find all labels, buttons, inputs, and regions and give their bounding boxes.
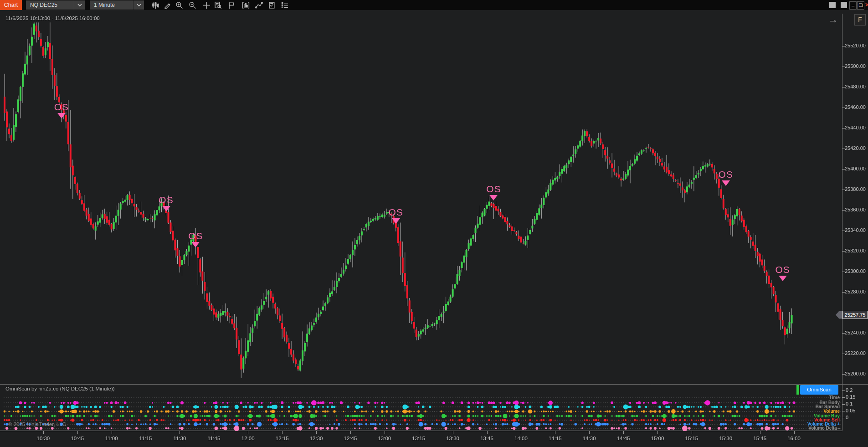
time-axis-label: 14:00 bbox=[506, 436, 535, 441]
time-axis-label: 15:30 bbox=[711, 436, 740, 441]
time-axis-label: 15:15 bbox=[677, 436, 706, 441]
strategies-icon[interactable] bbox=[266, 1, 277, 9]
os-triangle-icon bbox=[191, 242, 200, 247]
data-box-icon[interactable] bbox=[212, 1, 223, 9]
price-axis-label: 25300.00 bbox=[845, 268, 866, 274]
restore-button[interactable]: ❏ bbox=[857, 1, 864, 10]
price-axis-label: 25500.00 bbox=[845, 63, 866, 69]
last-price-tag: 25257.75 bbox=[842, 311, 868, 319]
price-axis-label: 25240.00 bbox=[845, 330, 866, 335]
omniscan-scale-label: 0.15 bbox=[846, 394, 855, 400]
time-axis-label: 13:45 bbox=[473, 436, 502, 441]
os-signal-marker: OS bbox=[483, 185, 503, 200]
omniscan-accent-bar bbox=[796, 385, 799, 395]
os-signal-marker: OS bbox=[773, 265, 793, 281]
os-signal-marker: OS bbox=[51, 103, 72, 118]
time-axis-label: 10:45 bbox=[63, 436, 92, 441]
os-signal-label: OS bbox=[156, 195, 176, 205]
os-triangle-icon bbox=[162, 206, 170, 211]
price-axis-label: 25400.00 bbox=[845, 166, 866, 171]
omniscan-scale-label: 0 bbox=[846, 415, 848, 420]
time-axis-label: 12:30 bbox=[302, 436, 331, 441]
os-triangle-icon bbox=[489, 195, 498, 200]
price-axis-label: 25200.00 bbox=[845, 371, 866, 376]
legend-label-time: Time bbox=[829, 395, 840, 400]
os-triangle-icon bbox=[722, 180, 730, 186]
time-axis-label: 16:00 bbox=[780, 436, 809, 441]
chevron-down-icon[interactable] bbox=[133, 0, 144, 10]
os-signal-label: OS bbox=[716, 170, 736, 179]
price-axis-label: 25340.00 bbox=[845, 227, 866, 233]
price-axis-label: 25280.00 bbox=[845, 289, 866, 294]
price-axis-label: 25440.00 bbox=[845, 125, 866, 130]
workspace-tile-icon[interactable] bbox=[829, 2, 836, 8]
os-signal-marker: OS bbox=[716, 170, 736, 186]
drawing-tools-icon[interactable] bbox=[162, 1, 173, 9]
os-signal-marker: OS bbox=[386, 208, 406, 224]
drawing-line-icon[interactable] bbox=[253, 1, 264, 9]
interval-label: 1 Minute bbox=[90, 2, 133, 8]
price-axis-label: 25220.00 bbox=[845, 350, 866, 356]
time-axis-label: 13:30 bbox=[438, 436, 467, 441]
chart-trader-icon[interactable] bbox=[226, 1, 237, 9]
workspace-tile-icon[interactable] bbox=[841, 2, 847, 8]
scroll-to-end-arrow-icon[interactable]: → bbox=[828, 14, 838, 25]
price-axis-label: 25420.00 bbox=[845, 145, 866, 151]
os-triangle-icon bbox=[392, 218, 400, 224]
price-chart-canvas[interactable] bbox=[0, 0, 868, 447]
os-triangle-icon bbox=[779, 276, 787, 281]
os-signal-label: OS bbox=[51, 103, 72, 112]
minimize-button[interactable]: – bbox=[849, 1, 857, 10]
indicators-icon[interactable] bbox=[240, 1, 251, 9]
instrument-label: NQ DEC25 bbox=[26, 2, 74, 8]
time-axis-label: 12:00 bbox=[233, 436, 262, 441]
os-signal-marker: OS bbox=[156, 195, 176, 211]
time-axis-label: 15:00 bbox=[643, 436, 672, 441]
chart-style-icon[interactable] bbox=[150, 1, 161, 9]
time-axis-label: 11:15 bbox=[131, 436, 160, 441]
price-axis-label: 25320.00 bbox=[845, 248, 866, 253]
os-signal-label: OS bbox=[483, 185, 503, 194]
os-signal-label: OS bbox=[386, 208, 406, 217]
os-triangle-icon bbox=[57, 113, 66, 118]
zoom-out-icon[interactable] bbox=[187, 1, 198, 9]
time-axis-label: 11:00 bbox=[97, 436, 126, 441]
legend-label-volume-delta-: Volume Delta - bbox=[808, 426, 840, 431]
interval-dropdown[interactable]: 1 Minute bbox=[90, 0, 144, 10]
chevron-down-icon[interactable] bbox=[74, 0, 85, 10]
price-axis-label: 25520.00 bbox=[845, 43, 866, 48]
price-axis-label: 25480.00 bbox=[845, 84, 866, 89]
price-axis-label: 25360.00 bbox=[845, 207, 866, 212]
time-axis-label: 14:30 bbox=[575, 436, 604, 441]
fixed-scale-button[interactable]: F bbox=[854, 14, 866, 26]
time-axis-label: 14:15 bbox=[540, 436, 570, 441]
time-axis-label: 11:30 bbox=[165, 436, 194, 441]
price-axis-label: 25380.00 bbox=[845, 186, 866, 192]
instrument-dropdown[interactable]: NQ DEC25 bbox=[26, 0, 85, 10]
price-axis-label: 25460.00 bbox=[845, 104, 866, 110]
os-signal-label: OS bbox=[773, 265, 793, 274]
time-axis-label: 12:15 bbox=[267, 436, 297, 441]
close-button[interactable]: ✕ bbox=[864, 1, 868, 9]
ninjatrader-chart-window: Chart NQ DEC25 1 Minute –❏✕ 11/6/2025 10… bbox=[0, 0, 868, 447]
omniscan-panel-title: OmniScan by ninZa.co (NQ DEC25 (1 Minute… bbox=[5, 386, 115, 391]
omniscan-button[interactable]: OmniScan bbox=[800, 385, 838, 395]
tab-chart[interactable]: Chart bbox=[0, 0, 22, 10]
time-axis-label: 12:45 bbox=[336, 436, 365, 441]
omniscan-scale-label: 0.2 bbox=[846, 387, 853, 393]
time-axis-label: 13:00 bbox=[370, 436, 399, 441]
crosshair-icon[interactable] bbox=[201, 1, 212, 9]
os-signal-label: OS bbox=[185, 231, 205, 241]
time-axis-label: 13:15 bbox=[404, 436, 433, 441]
time-axis-label: 15:45 bbox=[745, 436, 775, 441]
omniscan-scale-label: 0.05 bbox=[846, 408, 855, 413]
time-axis-label: 14:45 bbox=[609, 436, 638, 441]
time-axis-label: 10:30 bbox=[29, 436, 58, 441]
zoom-in-icon[interactable] bbox=[174, 1, 185, 9]
time-axis-label: 11:45 bbox=[199, 436, 228, 441]
date-range-label: 11/6/2025 10:13:00 - 11/6/2025 16:00:00 bbox=[5, 15, 100, 21]
os-signal-marker: OS bbox=[185, 231, 205, 247]
omniscan-scale-label: 0.1 bbox=[846, 401, 853, 406]
properties-icon[interactable] bbox=[279, 1, 290, 9]
titlebar: Chart NQ DEC25 1 Minute –❏✕ bbox=[0, 0, 868, 10]
